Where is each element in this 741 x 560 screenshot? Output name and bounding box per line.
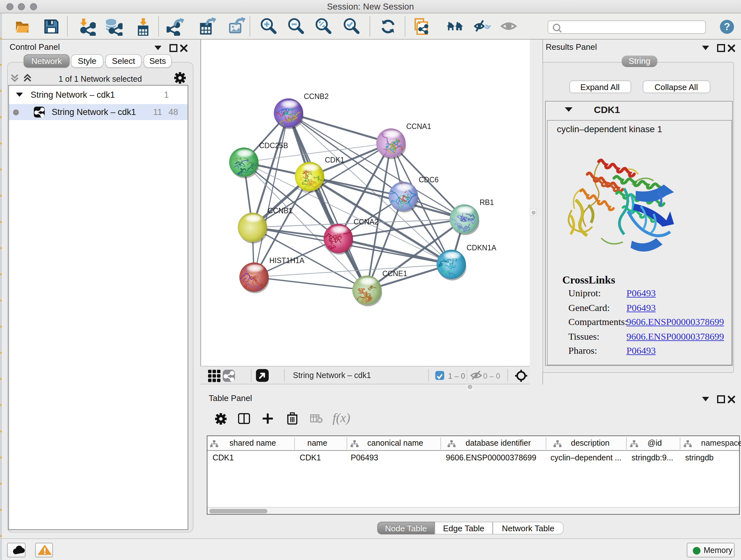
svg-text:HIST1H1A: HIST1H1A <box>269 256 305 265</box>
svg-text:CCNE1: CCNE1 <box>382 269 407 278</box>
svg-text:RB1: RB1 <box>480 198 494 206</box>
svg-text:CDC25B: CDC25B <box>259 141 288 150</box>
svg-text:CDC6: CDC6 <box>419 176 439 184</box>
svg-text:CCNA2: CCNA2 <box>354 218 379 226</box>
svg-text:CCNA1: CCNA1 <box>406 122 431 131</box>
svg-text:CCNB2: CCNB2 <box>304 92 329 101</box>
svg-text:CDKN1A: CDKN1A <box>467 244 496 252</box>
svg-text:CDK1: CDK1 <box>325 156 344 164</box>
svg-text:CCNB1: CCNB1 <box>268 206 293 215</box>
